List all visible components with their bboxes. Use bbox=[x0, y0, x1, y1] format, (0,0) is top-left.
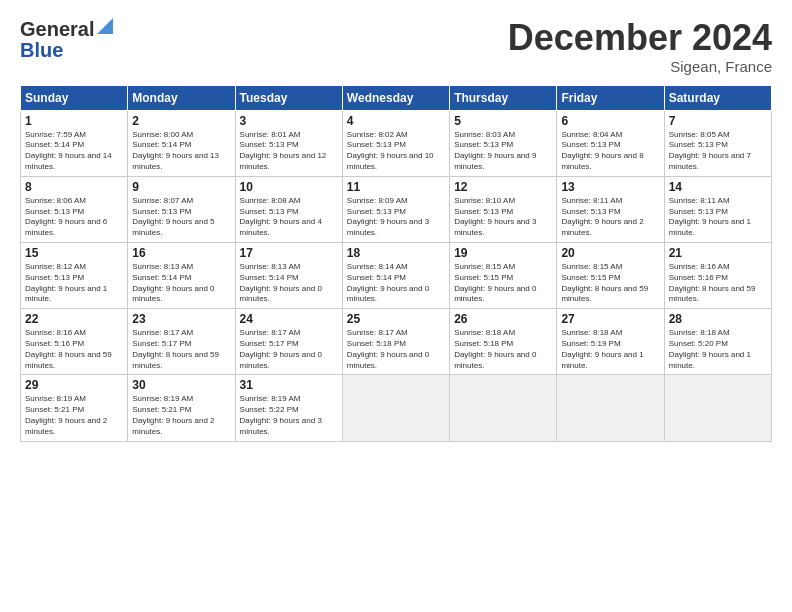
logo-general: General bbox=[20, 18, 94, 41]
col-saturday: Saturday bbox=[664, 85, 771, 110]
col-monday: Monday bbox=[128, 85, 235, 110]
calendar-table: Sunday Monday Tuesday Wednesday Thursday… bbox=[20, 85, 772, 442]
table-row: 15 Sunrise: 8:12 AMSunset: 5:13 PMDaylig… bbox=[21, 242, 772, 308]
day-dec20: 20 Sunrise: 8:15 AMSunset: 5:15 PMDaylig… bbox=[557, 242, 664, 308]
location: Sigean, France bbox=[508, 58, 772, 75]
day-dec31: 31 Sunrise: 8:19 AMSunset: 5:22 PMDaylig… bbox=[235, 375, 342, 441]
day-dec16: 16 Sunrise: 8:13 AMSunset: 5:14 PMDaylig… bbox=[128, 242, 235, 308]
day-dec26: 26 Sunrise: 8:18 AMSunset: 5:18 PMDaylig… bbox=[450, 309, 557, 375]
col-sunday: Sunday bbox=[21, 85, 128, 110]
day-dec6: 6 Sunrise: 8:04 AMSunset: 5:13 PMDayligh… bbox=[557, 110, 664, 176]
day-dec8: 8 Sunrise: 8:06 AMSunset: 5:13 PMDayligh… bbox=[21, 176, 128, 242]
col-wednesday: Wednesday bbox=[342, 85, 449, 110]
day-dec11: 11 Sunrise: 8:09 AMSunset: 5:13 PMDaylig… bbox=[342, 176, 449, 242]
day-dec9: 9 Sunrise: 8:07 AMSunset: 5:13 PMDayligh… bbox=[128, 176, 235, 242]
calendar-header-row: Sunday Monday Tuesday Wednesday Thursday… bbox=[21, 85, 772, 110]
day-dec17: 17 Sunrise: 8:13 AMSunset: 5:14 PMDaylig… bbox=[235, 242, 342, 308]
header: General Blue December 2024 Sigean, Franc… bbox=[20, 18, 772, 75]
col-thursday: Thursday bbox=[450, 85, 557, 110]
day-dec29: 29 Sunrise: 8:19 AMSunset: 5:21 PMDaylig… bbox=[21, 375, 128, 441]
day-dec12: 12 Sunrise: 8:10 AMSunset: 5:13 PMDaylig… bbox=[450, 176, 557, 242]
day-empty-4 bbox=[664, 375, 771, 441]
day-empty-1 bbox=[342, 375, 449, 441]
day-dec21: 21 Sunrise: 8:16 AMSunset: 5:16 PMDaylig… bbox=[664, 242, 771, 308]
day-empty-3 bbox=[557, 375, 664, 441]
day-empty-2 bbox=[450, 375, 557, 441]
logo-blue: Blue bbox=[20, 39, 63, 62]
day-dec10: 10 Sunrise: 8:08 AMSunset: 5:13 PMDaylig… bbox=[235, 176, 342, 242]
day-dec18: 18 Sunrise: 8:14 AMSunset: 5:14 PMDaylig… bbox=[342, 242, 449, 308]
day-dec1: 1 Sunrise: 7:59 AMSunset: 5:14 PMDayligh… bbox=[21, 110, 128, 176]
day-dec2: 2 Sunrise: 8:00 AMSunset: 5:14 PMDayligh… bbox=[128, 110, 235, 176]
day-dec15: 15 Sunrise: 8:12 AMSunset: 5:13 PMDaylig… bbox=[21, 242, 128, 308]
day-dec13: 13 Sunrise: 8:11 AMSunset: 5:13 PMDaylig… bbox=[557, 176, 664, 242]
day-dec23: 23 Sunrise: 8:17 AMSunset: 5:17 PMDaylig… bbox=[128, 309, 235, 375]
calendar-page: General Blue December 2024 Sigean, Franc… bbox=[0, 0, 792, 612]
col-friday: Friday bbox=[557, 85, 664, 110]
day-dec14: 14 Sunrise: 8:11 AMSunset: 5:13 PMDaylig… bbox=[664, 176, 771, 242]
title-block: December 2024 Sigean, France bbox=[508, 18, 772, 75]
month-title: December 2024 bbox=[508, 18, 772, 58]
table-row: 22 Sunrise: 8:16 AMSunset: 5:16 PMDaylig… bbox=[21, 309, 772, 375]
day-dec7: 7 Sunrise: 8:05 AMSunset: 5:13 PMDayligh… bbox=[664, 110, 771, 176]
day-dec19: 19 Sunrise: 8:15 AMSunset: 5:15 PMDaylig… bbox=[450, 242, 557, 308]
table-row: 8 Sunrise: 8:06 AMSunset: 5:13 PMDayligh… bbox=[21, 176, 772, 242]
day-dec4: 4 Sunrise: 8:02 AMSunset: 5:13 PMDayligh… bbox=[342, 110, 449, 176]
table-row: 1 Sunrise: 7:59 AMSunset: 5:14 PMDayligh… bbox=[21, 110, 772, 176]
day-dec24: 24 Sunrise: 8:17 AMSunset: 5:17 PMDaylig… bbox=[235, 309, 342, 375]
day-dec3: 3 Sunrise: 8:01 AMSunset: 5:13 PMDayligh… bbox=[235, 110, 342, 176]
table-row: 29 Sunrise: 8:19 AMSunset: 5:21 PMDaylig… bbox=[21, 375, 772, 441]
day-dec22: 22 Sunrise: 8:16 AMSunset: 5:16 PMDaylig… bbox=[21, 309, 128, 375]
day-dec27: 27 Sunrise: 8:18 AMSunset: 5:19 PMDaylig… bbox=[557, 309, 664, 375]
day-dec25: 25 Sunrise: 8:17 AMSunset: 5:18 PMDaylig… bbox=[342, 309, 449, 375]
day-dec28: 28 Sunrise: 8:18 AMSunset: 5:20 PMDaylig… bbox=[664, 309, 771, 375]
day-dec5: 5 Sunrise: 8:03 AMSunset: 5:13 PMDayligh… bbox=[450, 110, 557, 176]
col-tuesday: Tuesday bbox=[235, 85, 342, 110]
day-dec30: 30 Sunrise: 8:19 AMSunset: 5:21 PMDaylig… bbox=[128, 375, 235, 441]
logo: General Blue bbox=[20, 18, 113, 62]
